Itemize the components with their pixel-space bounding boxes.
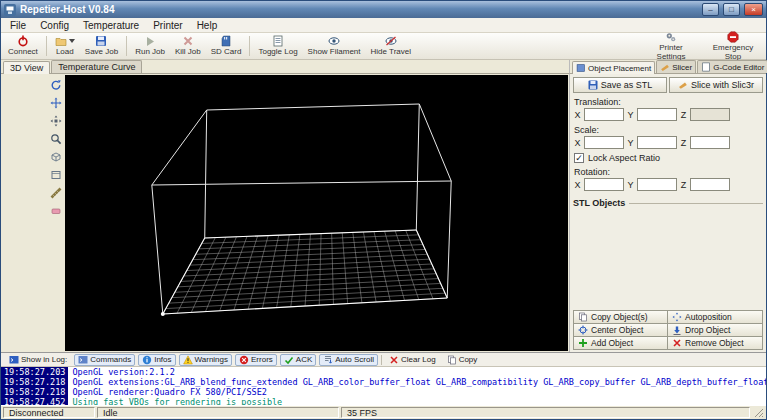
folder-open-icon [55,35,67,47]
tab-slicer[interactable]: Slicer [656,60,696,73]
log-toggle-autoscroll[interactable]: Auto Scroll [319,354,378,366]
slicer-blade-icon [678,80,688,90]
printer-state: Idle [97,407,339,418]
rotation-z-input[interactable] [690,178,730,191]
view-3d-panel [1,74,569,352]
copy-objects-button[interactable]: Copy Object(s) [574,311,668,324]
connect-button[interactable]: Connect [3,34,43,58]
eraser-icon[interactable] [49,204,63,218]
log-output[interactable]: 19:58:27.203 OpenGL version:2.1.2 19:58:… [1,366,766,405]
tab-gcode-editor[interactable]: G-Code Editor [697,60,767,73]
translation-row: X Y Z [574,108,763,121]
slice-with-slic3r-button[interactable]: Slice with Slic3r [669,77,763,93]
toolbar-separator [249,36,250,56]
menu-help[interactable]: Help [190,19,225,32]
lock-aspect-checkbox[interactable]: ✓ [574,153,584,163]
front-view-icon[interactable] [49,168,63,182]
measure-icon[interactable] [49,186,63,200]
log-line: 19:58:27.452 Using fast VBOs for renderi… [1,397,766,405]
rotate-view-icon[interactable] [49,78,63,92]
right-panel-tabs: Object Placement Slicer G-Code Editor Ma… [569,60,766,74]
close-button[interactable]: × [744,3,763,16]
copy-log-button[interactable]: Copy [443,354,482,366]
print-bed-wireframe [65,75,568,351]
drop-object-button[interactable]: Drop Object [668,324,762,337]
lock-aspect-row: ✓ Lock Aspect Ratio [574,153,763,163]
move-object-icon[interactable] [49,114,63,128]
connection-status: Disconnected [3,407,95,418]
show-filament-button[interactable]: Show Filament [303,34,366,58]
copy-icon [578,312,588,322]
hide-travel-button[interactable]: Hide Travel [366,34,416,58]
eye-slash-icon [385,35,397,47]
rotation-label: Rotation: [574,167,763,177]
log-timestamp: 19:58:27.218 [1,377,68,387]
run-job-button[interactable]: Run Job [130,34,170,58]
log-timestamp: 19:58:27.203 [1,367,68,377]
remove-object-button[interactable]: Remove Object [668,337,762,350]
toolbar-separator [126,36,127,56]
log-message: OpenGL extensions:GL_ARB_blend_func_exte… [68,377,766,387]
slicer-blade-icon [660,62,670,72]
eye-icon [328,35,340,47]
menu-temperature[interactable]: Temperature [76,19,146,32]
warning-icon [183,355,193,365]
menu-file[interactable]: File [3,19,33,32]
save-job-button[interactable]: Save Job [80,34,123,58]
save-disk-icon [588,80,598,90]
iso-view-icon[interactable] [49,150,63,164]
tab-3d-view[interactable]: 3D View [3,61,50,74]
printer-settings-button[interactable]: Printer Settings [640,34,702,58]
move-view-icon[interactable] [49,96,63,110]
save-as-stl-button[interactable]: Save as STL [573,77,667,93]
translation-x-input[interactable] [584,108,624,121]
log-toggle-infos[interactable]: Infos [138,354,175,366]
sd-card-button[interactable]: SD Card [206,34,247,58]
scale-z-input[interactable] [690,136,730,149]
kill-job-button[interactable]: Kill Job [170,34,206,58]
scale-x-input[interactable] [584,136,624,149]
log-line: 19:58:27.218 OpenGL extensions:GL_ARB_bl… [1,377,766,387]
autoposition-icon [672,312,682,322]
stl-objects-list[interactable] [573,208,763,308]
log-toggle-commands[interactable]: Commands [74,354,135,366]
log-message: Using fast VBOs for rendering is possibl… [68,397,282,405]
log-toggle-ack[interactable]: ACK [280,354,316,366]
object-placement-panel: Save as STL Slice with Slic3r Translatio… [569,74,766,352]
menu-config[interactable]: Config [33,19,76,32]
viewport-gutter [1,74,47,352]
autoposition-button[interactable]: Autoposition [668,311,762,324]
show-in-log-label: Show in Log: [5,354,71,366]
translation-y-input[interactable] [637,108,677,121]
load-dropdown-arrow[interactable] [69,39,75,43]
save-disk-icon [95,35,107,47]
emergency-stop-button[interactable]: Emergency Stop [702,34,764,58]
center-object-button[interactable]: Center Object [574,324,668,337]
log-toggle-warnings[interactable]: Warnings [179,354,233,366]
clear-log-button[interactable]: Clear Log [385,354,440,366]
load-button[interactable]: Load [50,34,80,58]
minimize-button[interactable]: – [702,3,719,16]
rotation-y-input[interactable] [637,178,677,191]
tab-temperature-curve[interactable]: Temperature Curve [51,60,142,73]
toggle-log-button[interactable]: Toggle Log [253,34,302,58]
scale-y-input[interactable] [637,136,677,149]
rotation-x-input[interactable] [584,178,624,191]
viewport-3d-canvas[interactable] [65,75,568,351]
log-toggle-errors[interactable]: Errors [235,354,277,366]
translation-z-input[interactable] [690,108,730,121]
zoom-icon[interactable] [49,132,63,146]
toolbar-spacer [416,34,640,58]
axis-x-label: X [574,110,581,120]
log-toolbar: Show in Log: Commands Infos Warnings Err… [1,353,766,366]
statusbar: Disconnected Idle 35 FPS [1,405,766,419]
main-toolbar: Connect Load Save Job Run Job Kill Job S… [1,33,766,60]
titlebar[interactable]: Repetier-Host V0.84 – □ × [1,1,766,18]
tab-object-placement[interactable]: Object Placement [572,61,655,74]
maximize-button[interactable]: □ [723,3,740,16]
menu-printer[interactable]: Printer [146,19,189,32]
add-object-button[interactable]: Add Object [574,337,668,350]
log-line: 19:58:27.218 OpenGL renderer:Quadro FX 5… [1,387,766,397]
resize-grip-icon[interactable] [752,407,764,418]
tabs-band: 3D View Temperature Curve Object Placeme… [1,60,766,74]
